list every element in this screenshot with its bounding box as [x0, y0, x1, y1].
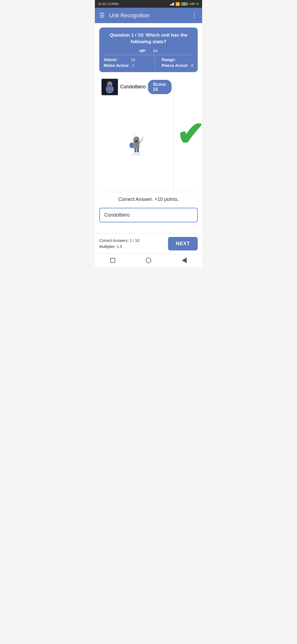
main-content: Question 1 / 10: Which unit has the foll… [95, 23, 202, 233]
question-card: Question 1 / 10: Which unit has the foll… [99, 28, 198, 72]
question-title: Question 1 / 10: Which unit has the foll… [104, 32, 193, 45]
attack-row: Attack: 10 [104, 57, 135, 62]
pierce-armor-row: Pierce Armor: 0 [162, 63, 193, 68]
stat-col-left: Attack: 10 Melee Armor: 1 [104, 57, 135, 68]
attack-label: Attack: [104, 57, 128, 62]
nav-back-icon [182, 258, 187, 263]
stat-rows: Attack: 10 Melee Armor: 1 Range: - Pierc… [104, 57, 193, 68]
svg-rect-6 [109, 85, 109, 85]
signal-icon [170, 2, 174, 6]
attack-value: 10 [131, 57, 135, 62]
unit-icon-svg [103, 80, 117, 94]
nav-square-icon [110, 258, 115, 263]
unit-figure [101, 97, 172, 190]
hp-value: 80 [153, 48, 158, 53]
svg-line-16 [142, 137, 144, 138]
stats-table: HP: 80 Attack: 10 Melee Armor: 1 Ran [104, 48, 193, 68]
pierce-armor-value: 0 [191, 63, 193, 68]
battery-icon: ⚡ [181, 2, 188, 6]
score-badge: Score: 10 [148, 80, 172, 94]
app-bar: ☰ Unit Recognition ⋮ [95, 8, 202, 23]
knight-figure-svg [127, 131, 146, 156]
nav-home-button[interactable] [145, 257, 152, 264]
answer-input[interactable] [99, 208, 198, 222]
melee-armor-value: 1 [132, 63, 134, 68]
nav-square-button[interactable] [109, 257, 116, 264]
svg-point-8 [131, 153, 141, 155]
battery-percent: 100 [190, 2, 195, 6]
answer-area: Condottiero Score: 10 [99, 77, 198, 192]
correct-checkmark: ✔ [176, 118, 202, 151]
svg-rect-5 [109, 85, 111, 86]
bottom-stats: Correct Answers: 1 / 10 Multiplier: 1.5 [99, 238, 139, 250]
app-title: Unit Recognition [109, 12, 191, 19]
range-row: Range: - [162, 57, 193, 62]
more-options-button[interactable]: ⋮ [191, 12, 198, 19]
range-value: - [189, 57, 190, 62]
nav-back-button[interactable] [181, 257, 188, 264]
wifi-icon: 📶 [175, 2, 180, 6]
status-time: 21:32 | 0,2KB/s [98, 2, 119, 6]
correct-answers-text: Correct Answers: 1 / 10 [99, 238, 139, 244]
answer-input-wrap[interactable] [99, 208, 198, 222]
range-label: Range: [162, 57, 186, 62]
bottom-bar: Correct Answers: 1 / 10 Multiplier: 1.5 … [95, 233, 202, 254]
answer-right-panel: ✔ [174, 77, 202, 192]
result-text: Correct Answer. +10 points. [99, 197, 198, 202]
melee-armor-label: Melee Armor: [104, 63, 130, 68]
multiplier-text: Multiplier: 1.5 [99, 244, 139, 250]
status-bar: 21:32 | 0,2KB/s 📶 ⚡ 100% [95, 0, 202, 8]
hp-label: HP: [139, 48, 147, 53]
svg-line-15 [139, 139, 143, 143]
svg-rect-20 [137, 141, 138, 141]
nav-bar [95, 254, 202, 267]
nav-circle-icon [146, 258, 151, 263]
unit-name: Condottiero [120, 84, 146, 90]
next-button[interactable]: NEXT [168, 237, 198, 250]
svg-rect-7 [110, 85, 111, 85]
svg-rect-19 [135, 141, 136, 141]
pierce-armor-label: Pierce Armor: [162, 63, 189, 68]
menu-button[interactable]: ☰ [99, 12, 105, 18]
status-icons: 📶 ⚡ 100% [170, 2, 199, 6]
unit-icon [101, 79, 118, 95]
unit-answer-top: Condottiero Score: 10 [101, 79, 172, 95]
answer-left-panel: Condottiero Score: 10 [99, 77, 174, 192]
hp-row: HP: 80 [104, 48, 193, 55]
stat-col-right: Range: - Pierce Armor: 0 [155, 57, 193, 68]
melee-armor-row: Melee Armor: 1 [104, 63, 135, 68]
